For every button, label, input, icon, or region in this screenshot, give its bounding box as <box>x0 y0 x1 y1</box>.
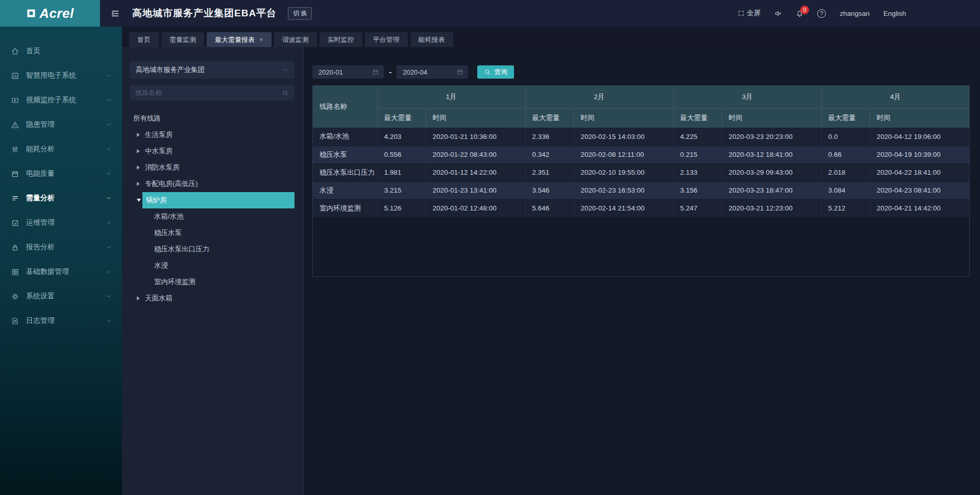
acrel-logo: Acrel <box>0 0 100 27</box>
column-header-time: 时间 <box>870 108 969 128</box>
table-row[interactable]: 室内环境监测5.1262020-01-02 12:48:005.6462020-… <box>313 199 969 217</box>
cell-time: 2020-01-23 13:41:00 <box>426 181 525 199</box>
cell-time: 2020-04-22 18:41:00 <box>870 163 969 181</box>
tree-node[interactable]: 水箱/水池 <box>130 208 295 225</box>
date-range-separator: - <box>389 67 391 77</box>
sidebar-item-smart-power[interactable]: 智慧用电子系统 <box>0 63 122 88</box>
sidebar-item-base-data[interactable]: 基础数据管理 <box>0 260 122 284</box>
close-icon[interactable]: × <box>259 36 263 43</box>
line-search <box>130 85 295 101</box>
cell-max-demand: 2.351 <box>525 163 574 181</box>
tree-node[interactable]: 所有线路 <box>130 110 295 127</box>
max-demand-table: 线路名称1月2月3月4月最大需量时间最大需量时间最大需量时间最大需量时间水箱/水… <box>313 86 969 218</box>
table-row[interactable]: 水浸3.2152020-01-23 13:41:003.5462020-02-2… <box>313 181 969 199</box>
sidebar-item-label: 首页 <box>26 46 40 56</box>
tree-node[interactable]: 消防水泵房 <box>130 159 295 176</box>
cell-max-demand: 3.215 <box>377 181 426 199</box>
cell-max-demand: 5.247 <box>673 199 722 217</box>
tree-node[interactable]: 中水泵房 <box>130 143 295 159</box>
chevron-down-icon <box>106 73 112 79</box>
home-icon <box>11 47 19 56</box>
brand-name: Acrel <box>39 6 74 21</box>
cell-max-demand: 2.018 <box>821 163 870 181</box>
language-switch[interactable]: English <box>884 10 906 17</box>
cell-max-demand: 0.0 <box>821 128 870 146</box>
sidebar-item-hazard[interactable]: 隐患管理 <box>0 112 122 137</box>
cell-max-demand: 3.084 <box>821 181 870 199</box>
tree-node[interactable]: 天面水箱 <box>130 290 295 307</box>
cell-time: 2020-01-12 14:22:00 <box>426 163 525 181</box>
tree-node[interactable]: 锅炉房 <box>130 192 295 208</box>
query-button[interactable]: 查询 <box>477 65 514 79</box>
end-date-value: 2020-04 <box>403 68 427 76</box>
max-demand-table-container: 线路名称1月2月3月4月最大需量时间最大需量时间最大需量时间最大需量时间水箱/水… <box>312 85 970 277</box>
tree-node[interactable]: 生活泵房 <box>130 127 295 143</box>
tab-1[interactable]: 首页 <box>129 32 159 47</box>
table-row[interactable]: 稳压水泵0.5562020-01-22 08:43:000.3422020-02… <box>313 146 969 163</box>
chart-icon <box>11 72 19 80</box>
lock-icon <box>11 243 19 252</box>
fullscreen-button[interactable]: 全屏 <box>738 9 761 18</box>
sidebar-item-log[interactable]: 日志管理 <box>0 309 122 333</box>
help-button[interactable]: ? <box>817 9 826 18</box>
tree-arrow-right-icon[interactable] <box>137 149 140 153</box>
cell-line-name: 稳压水泵 <box>313 146 377 163</box>
tree-node[interactable]: 水浸 <box>130 257 295 274</box>
tree-arrow-right-icon[interactable] <box>137 182 140 186</box>
tree-node-label: 水箱/水池 <box>154 212 184 221</box>
tree-node[interactable]: 专配电房(高低压) <box>130 176 295 192</box>
organization-select-value: 高地城市服务产业集团 <box>136 65 205 75</box>
tab-5[interactable]: 实时监控 <box>320 32 362 47</box>
sidebar-item-home[interactable]: 首页 <box>0 39 122 63</box>
sidebar-item-label: 电能质量 <box>26 169 55 178</box>
chevron-down-icon <box>106 244 112 250</box>
tab-2[interactable]: 需量监测 <box>161 32 204 47</box>
tab-3[interactable]: 最大需量报表× <box>207 32 272 47</box>
sidebar-item-energy[interactable]: 能耗分析 <box>0 137 122 161</box>
tree-arrow-right-icon[interactable] <box>137 133 140 137</box>
mute-button[interactable] <box>774 10 782 17</box>
switch-button[interactable]: 切 换 <box>288 7 312 20</box>
collapse-menu-icon[interactable] <box>110 9 120 18</box>
cell-max-demand: 0.556 <box>377 146 426 163</box>
sidebar-item-label: 系统设置 <box>26 292 55 301</box>
tree-node[interactable]: 稳压水泵出口压力 <box>130 241 295 257</box>
tab-4[interactable]: 谐波监测 <box>274 32 317 47</box>
chevron-down-icon <box>106 195 112 201</box>
sidebar-item-ops[interactable]: 运维管理 <box>0 210 122 235</box>
cell-time: 2020-02-23 16:53:00 <box>574 181 673 199</box>
tree-node-label: 室内环境监测 <box>154 277 195 287</box>
sidebar-item-power-quality[interactable]: 电能质量 <box>0 161 122 186</box>
tree-arrow-right-icon[interactable] <box>137 166 140 170</box>
tree-node-label: 稳压水泵 <box>154 228 182 238</box>
tree-node[interactable]: 室内环境监测 <box>130 274 295 290</box>
sidebar-item-label: 视频监控子系统 <box>26 96 76 105</box>
notifications-button[interactable]: 0 <box>796 10 803 17</box>
tab-6[interactable]: 平台管理 <box>365 32 408 47</box>
cell-line-name: 水箱/水池 <box>313 128 377 146</box>
end-date-picker[interactable]: 2020-04 <box>397 65 468 79</box>
list-icon <box>11 194 19 203</box>
sidebar-item-demand[interactable]: 需量分析 <box>0 186 122 210</box>
cell-max-demand: 5.212 <box>821 199 870 217</box>
line-search-input[interactable] <box>135 89 282 97</box>
sidebar-item-video-monitor[interactable]: 视频监控子系统 <box>0 88 122 112</box>
tree-node[interactable]: 稳压水泵 <box>130 225 295 241</box>
user-menu[interactable]: zhangsan <box>840 10 870 17</box>
tree-node-label: 锅炉房 <box>146 196 167 205</box>
tree-arrow-right-icon[interactable] <box>137 296 140 300</box>
fullscreen-label: 全屏 <box>747 9 761 18</box>
cell-max-demand: 0.215 <box>673 146 722 163</box>
sidebar-item-settings[interactable]: 系统设置 <box>0 284 122 309</box>
tree-arrow-down-icon[interactable] <box>137 199 141 202</box>
sidebar-item-report[interactable]: 报告分析 <box>0 235 122 260</box>
table-row[interactable]: 水箱/水池4.2032020-01-21 10:36:002.3362020-0… <box>313 128 969 146</box>
chevron-down-icon <box>106 269 112 275</box>
table-row[interactable]: 稳压水泵出口压力1.9812020-01-12 14:22:002.351202… <box>313 163 969 181</box>
organization-select[interactable]: 高地城市服务产业集团 <box>130 61 295 79</box>
start-date-picker[interactable]: 2020-01 <box>312 65 384 79</box>
tab-7[interactable]: 能耗报表 <box>410 32 453 47</box>
column-header-time: 时间 <box>574 108 673 128</box>
cell-time: 2020-01-02 12:48:00 <box>426 199 525 217</box>
search-icon[interactable] <box>282 89 289 97</box>
